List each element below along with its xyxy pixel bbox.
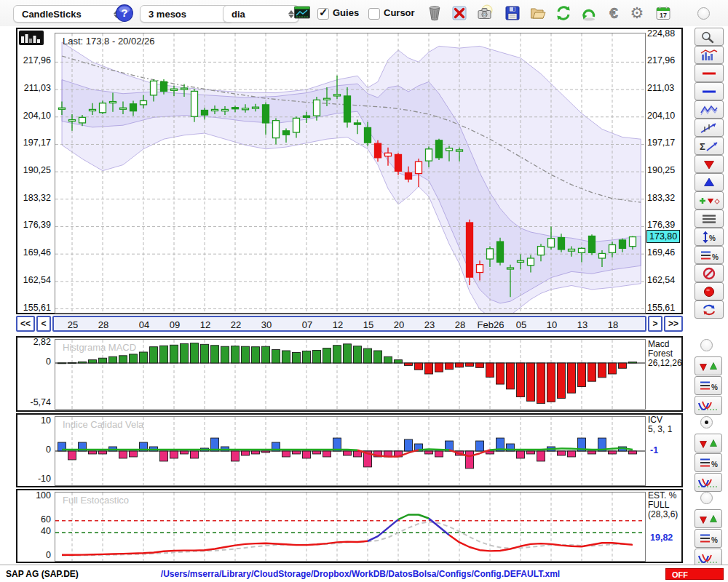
icv-levels-percent-button[interactable]: %	[695, 453, 722, 472]
forbid-icon	[697, 266, 721, 281]
stoch-title: Full Estocastico	[63, 495, 129, 506]
open-folder-button[interactable]	[529, 4, 547, 23]
delete-x-button[interactable]	[450, 4, 469, 23]
svg-text:€: €	[609, 4, 618, 21]
config-path: /Users/mserra/Library/CloudStorage/Dropb…	[87, 569, 633, 579]
macd-label-2: Forest	[648, 348, 673, 359]
macd-curve-button[interactable]	[695, 396, 722, 415]
help-button[interactable]: ?	[115, 4, 134, 23]
refresh-button[interactable]	[554, 4, 573, 23]
forbid-button[interactable]	[695, 264, 724, 282]
price-tick-right: 169,46	[647, 247, 682, 258]
off-toggle-button[interactable]: OFF	[665, 568, 724, 580]
price-tick-right: 197,17	[647, 137, 682, 148]
price-tick-right: 224,88	[647, 28, 682, 39]
forward-button[interactable]: >	[648, 316, 662, 332]
sync-icon	[697, 303, 721, 317]
revert-icon	[580, 4, 598, 22]
arrow-down-button[interactable]	[695, 155, 724, 173]
icv-current-value: -1	[650, 445, 658, 455]
icv-panel-radio[interactable]	[700, 416, 713, 428]
euro-button[interactable]: €	[604, 4, 623, 23]
top-toolbar: CandleSticks ? 3 mesos dia ✓ Guies ✓ Cur…	[0, 0, 728, 26]
guies-checkbox[interactable]: ✓	[317, 8, 329, 20]
cursor-label: Cursor	[384, 7, 415, 18]
stoch-panel-radio[interactable]	[700, 492, 713, 504]
svg-text:17: 17	[660, 12, 667, 19]
date-label: 30	[252, 319, 281, 330]
stoch-tick: 0	[16, 550, 51, 560]
trash-button[interactable]	[425, 4, 444, 23]
curve-icon	[696, 475, 721, 490]
list-lines-button[interactable]	[695, 210, 724, 228]
stoch-label-3: (28,3,6)	[648, 509, 678, 519]
svg-text:Σ: Σ	[700, 141, 705, 152]
levels-percent-button[interactable]: %	[695, 246, 724, 264]
icv-signals-button[interactable]	[695, 434, 722, 453]
chart-type-select[interactable]: CandleSticks	[13, 5, 124, 23]
date-label: 04	[130, 319, 159, 330]
add-signal-button[interactable]	[695, 191, 724, 210]
back-button[interactable]: <	[36, 316, 51, 332]
price-tick-left: 176,39	[16, 220, 51, 230]
snapshot-button[interactable]	[475, 4, 494, 23]
signals-icon	[696, 436, 721, 450]
date-label: Feb26	[476, 319, 505, 330]
icv-label-2: 5, 3, 1	[648, 424, 672, 434]
trendline-button[interactable]	[695, 119, 724, 137]
arrow-up-icon	[697, 175, 721, 190]
arrow-up-button[interactable]	[695, 173, 724, 191]
levels-percent-icon: %	[697, 248, 721, 263]
period-select[interactable]: 3 mesos	[140, 5, 234, 23]
icv-tick: 10	[16, 415, 51, 426]
stoch-tick: 100	[16, 490, 51, 501]
fast-back-button[interactable]: <<	[16, 316, 35, 332]
cursor-checkbox[interactable]: ✓	[368, 8, 380, 20]
sync-button[interactable]	[695, 300, 724, 319]
icv-label-1: ICV	[648, 415, 662, 425]
mini-chart-button[interactable]	[293, 4, 312, 23]
stoch-signals-button[interactable]	[695, 509, 722, 528]
stoch-levels-percent-button[interactable]: %	[695, 529, 722, 548]
app-window: CandleSticks ? 3 mesos dia ✓ Guies ✓ Cur…	[0, 0, 728, 582]
price-tick-left: 197,17	[16, 137, 51, 148]
red-line-button[interactable]	[695, 64, 724, 82]
volume-mini-button[interactable]	[19, 31, 44, 45]
stoch-label-2: FULL	[648, 500, 669, 510]
save-button[interactable]	[503, 4, 522, 23]
date-label: 20	[384, 319, 414, 330]
zoom-icon	[697, 30, 721, 44]
gear-button[interactable]: ⚙	[628, 4, 646, 23]
price-tick-left: 217,96	[16, 55, 51, 65]
blue-line-button[interactable]	[695, 82, 724, 100]
gear-icon: ⚙	[628, 4, 646, 22]
guies-label: Guies	[333, 7, 359, 18]
interval-value: dia	[232, 9, 245, 20]
date-label: 10	[537, 319, 566, 330]
record-button[interactable]	[695, 282, 724, 300]
price-tick-right: 183,32	[647, 193, 682, 203]
fast-forward-button[interactable]: >>	[664, 316, 683, 332]
indicator-chart-button[interactable]	[695, 46, 724, 64]
svg-text:⚙: ⚙	[630, 4, 644, 21]
macd-levels-percent-button[interactable]: %	[695, 376, 722, 395]
toolbar-radio[interactable]	[697, 7, 710, 20]
svg-text:%: %	[712, 253, 719, 261]
zigzag-icon	[697, 103, 721, 117]
zoom-button[interactable]	[695, 28, 724, 46]
current-price-tag: 173,80	[646, 230, 680, 243]
macd-signals-button[interactable]	[695, 356, 722, 375]
vertical-percent-icon: %	[697, 230, 721, 244]
macd-title: Histgrama MACD	[63, 342, 136, 353]
stoch-tick: 40	[16, 526, 51, 536]
candlestick-plot[interactable]	[55, 33, 646, 314]
sum-trendline-button[interactable]: Σ	[695, 137, 724, 155]
vertical-percent-button[interactable]: %	[695, 228, 724, 246]
price-tick-left: 162,54	[16, 275, 51, 285]
calendar-button[interactable]: 17	[654, 4, 673, 23]
icv-curve-button[interactable]	[695, 473, 722, 492]
zigzag-button[interactable]	[695, 100, 724, 119]
macd-panel-radio[interactable]	[700, 339, 713, 351]
revert-button[interactable]	[579, 4, 598, 23]
interval-select[interactable]: dia	[223, 5, 299, 23]
